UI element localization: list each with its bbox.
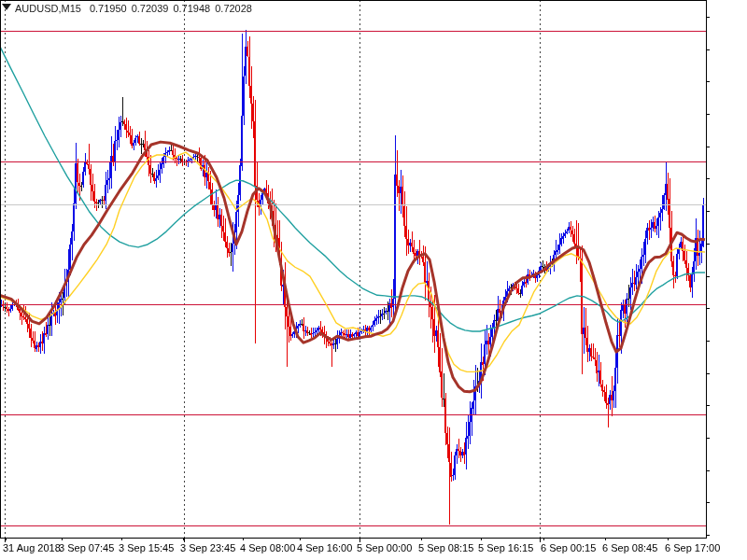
chart-canvas[interactable]	[0, 0, 747, 560]
time-axis-label: 3 Sep 07:45	[59, 542, 114, 553]
symbol-timeframe-label: AUDUSD,M15	[15, 3, 81, 14]
quote-open: 0.71950	[90, 3, 127, 14]
time-axis-label: 5 Sep 00:00	[357, 542, 412, 553]
quote-close: 0.72028	[215, 3, 252, 14]
time-axis-label: 4 Sep 08:00	[240, 542, 295, 553]
symbol-marker-icon	[2, 4, 11, 10]
time-axis-label: 6 Sep 00:15	[541, 542, 596, 553]
time-axis-label: 6 Sep 08:45	[602, 542, 657, 553]
time-scale[interactable]: 31 Aug 20183 Sep 07:453 Sep 15:453 Sep 2…	[0, 539, 747, 560]
quote-low: 0.71948	[173, 3, 210, 14]
time-axis-label: 3 Sep 15:45	[119, 542, 174, 553]
quote-high: 0.72039	[132, 3, 169, 14]
time-axis-label: 5 Sep 08:15	[418, 542, 473, 553]
chart-window: AUDUSD,M150.719500.720390.719480.72028 0…	[0, 0, 747, 560]
time-axis-label: 5 Sep 16:15	[478, 542, 533, 553]
price-scale[interactable]: 0.723750.723150.722550.721950.721350.720…	[706, 0, 747, 538]
time-axis-label: 4 Sep 16:00	[297, 542, 352, 553]
time-axis-label: 3 Sep 23:45	[180, 542, 235, 553]
time-axis-label: 6 Sep 17:00	[665, 542, 720, 553]
time-axis-label: 31 Aug 2018	[3, 542, 61, 553]
chart-title-ohlc: AUDUSD,M150.719500.720390.719480.72028	[15, 3, 257, 14]
